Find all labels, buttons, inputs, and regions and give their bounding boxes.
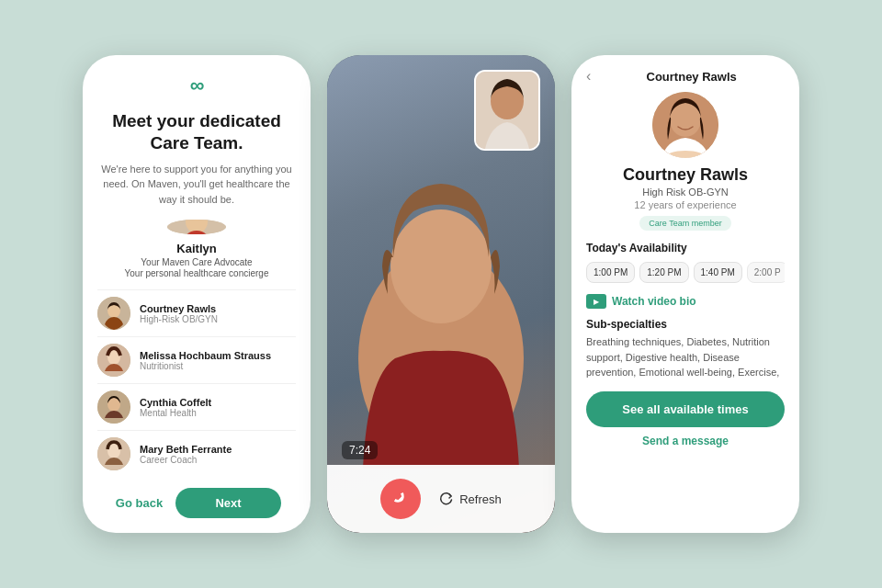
send-message-button[interactable]: Send a message — [586, 435, 785, 447]
video-bio-row[interactable]: ▶ Watch video bio — [586, 294, 785, 309]
end-call-button[interactable] — [380, 479, 421, 519]
team-avatar-1 — [97, 297, 130, 330]
app-logo: ∞ — [190, 74, 204, 97]
screen2-video-call: 7:24 Refresh — [327, 55, 555, 533]
team-avatar-4 — [97, 437, 130, 470]
video-background: 7:24 Refresh — [327, 55, 555, 533]
kaitlyn-role2: Your personal healthcare concierge — [125, 268, 269, 278]
team-info-1: Courtney Rawls High-Risk OB/GYN — [140, 303, 218, 324]
profile-header: ‹ Courtney Rawls — [571, 55, 799, 92]
team-info-3: Cynthia Coffelt Mental Health — [140, 397, 211, 418]
kaitlyn-name: Kaitlyn — [176, 242, 216, 255]
profile-header-title: Courtney Rawls — [598, 70, 785, 84]
team-avatar-2 — [97, 344, 130, 377]
pip-video — [474, 70, 540, 151]
time-slot-2[interactable]: 1:20 PM — [639, 262, 688, 283]
go-back-button[interactable]: Go back — [112, 496, 166, 510]
team-name-2: Melissa Hochbaum Strauss — [140, 350, 271, 361]
refresh-button[interactable]: Refresh — [439, 492, 502, 506]
provider-avatar — [652, 92, 718, 158]
refresh-label: Refresh — [459, 492, 502, 506]
team-name-1: Courtney Rawls — [140, 303, 218, 314]
list-item[interactable]: Mary Beth Ferrante Career Coach — [97, 430, 296, 477]
screen1-title: Meet your dedicated Care Team. — [97, 110, 296, 154]
provider-specialty: High Risk OB-GYN — [642, 187, 729, 198]
availability-row: 1:00 PM 1:20 PM 1:40 PM 2:00 P — [586, 262, 785, 283]
video-bio-label: Watch video bio — [612, 295, 696, 308]
team-name-3: Cynthia Coffelt — [140, 397, 211, 408]
video-icon: ▶ — [586, 294, 606, 309]
sub-specialties-section: Sub-specialties Breathing techniques, Di… — [586, 318, 785, 380]
team-specialty-4: Career Coach — [140, 455, 232, 465]
sub-specialties-title: Sub-specialties — [586, 318, 785, 331]
team-info-2: Melissa Hochbaum Strauss Nutritionist — [140, 350, 271, 371]
screen1-subtitle: We're here to support you for anything y… — [97, 162, 296, 208]
svg-point-12 — [390, 209, 492, 323]
list-item[interactable]: Melissa Hochbaum Strauss Nutritionist — [97, 336, 296, 383]
profile-body: Courtney Rawls High Risk OB-GYN 12 years… — [571, 92, 799, 533]
screen3-provider-profile: ‹ Courtney Rawls — [571, 55, 799, 533]
kaitlyn-avatar — [167, 220, 226, 234]
see-all-times-button[interactable]: See all available times — [586, 391, 785, 427]
screen1-care-team: ∞ Meet your dedicated Care Team. We're h… — [83, 55, 311, 533]
timer-badge: 7:24 — [342, 441, 378, 459]
provider-experience: 12 years of experience — [634, 199, 736, 210]
list-item[interactable]: Cynthia Coffelt Mental Health — [97, 383, 296, 430]
back-icon[interactable]: ‹ — [586, 68, 591, 85]
team-info-4: Mary Beth Ferrante Career Coach — [140, 444, 232, 465]
video-controls: Refresh — [327, 465, 555, 533]
time-slot-1[interactable]: 1:00 PM — [586, 262, 635, 283]
next-button[interactable]: Next — [175, 488, 281, 518]
team-specialty-2: Nutritionist — [140, 361, 271, 371]
time-slot-3[interactable]: 1:40 PM — [694, 262, 742, 283]
availability-label: Today's Availability — [586, 242, 687, 254]
team-avatar-3 — [97, 390, 130, 424]
list-item[interactable]: Courtney Rawls High-Risk OB/GYN — [97, 289, 296, 336]
team-list: Courtney Rawls High-Risk OB/GYN — [97, 289, 296, 477]
screens-container: ∞ Meet your dedicated Care Team. We're h… — [64, 37, 818, 551]
team-specialty-1: High-Risk OB/GYN — [140, 314, 218, 324]
provider-name: Courtney Rawls — [623, 165, 748, 185]
care-team-badge: Care Team member — [639, 216, 730, 231]
team-specialty-3: Mental Health — [140, 408, 211, 418]
team-name-4: Mary Beth Ferrante — [140, 444, 232, 455]
kaitlyn-role: Your Maven Care Advocate — [141, 257, 252, 267]
time-slot-4[interactable]: 2:00 P — [747, 262, 785, 283]
screen1-footer: Go back Next — [97, 477, 296, 518]
sub-specialties-text: Breathing techniques, Diabetes, Nutritio… — [586, 334, 785, 380]
main-video-person — [349, 156, 533, 469]
